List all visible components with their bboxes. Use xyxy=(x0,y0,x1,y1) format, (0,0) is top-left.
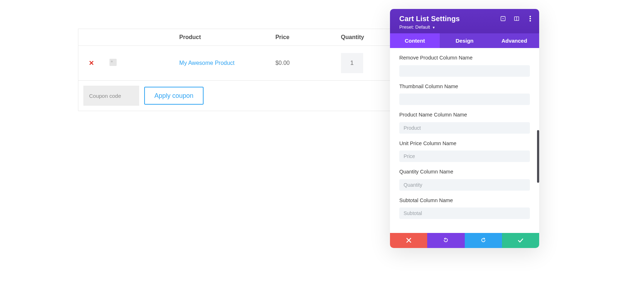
field-qty-col: Quantity Column Name xyxy=(399,168,530,191)
apply-coupon-button[interactable]: Apply coupon xyxy=(144,87,203,105)
col-header-quantity: Quantity xyxy=(336,29,393,46)
field-label: Remove Product Column Name xyxy=(399,54,530,62)
product-thumbnail-placeholder xyxy=(109,59,117,66)
qty-col-input[interactable] xyxy=(399,179,530,191)
field-label: Subtotal Column Name xyxy=(399,197,530,204)
price-col-input[interactable] xyxy=(399,151,530,162)
thumb-col-input[interactable] xyxy=(399,94,530,105)
check-icon xyxy=(518,238,523,244)
product-col-input[interactable] xyxy=(399,122,530,134)
panel-header: Cart List Settings Preset: Default ▼ xyxy=(390,9,539,33)
field-subtotal-col: Subtotal Column Name xyxy=(399,197,530,219)
remove-col-input[interactable] xyxy=(399,65,530,77)
panel-body[interactable]: Remove Product Column Name Thumbnail Col… xyxy=(390,48,539,233)
field-price-col: Unit Price Column Name xyxy=(399,140,530,162)
undo-icon xyxy=(443,237,449,244)
preset-label: Preset: Default xyxy=(399,24,430,30)
field-label: Thumbnail Column Name xyxy=(399,83,530,90)
field-label: Product Name Column Name xyxy=(399,111,530,119)
col-header-remove xyxy=(78,29,104,46)
col-header-product: Product xyxy=(174,29,270,46)
svg-point-1 xyxy=(503,18,504,19)
panel-header-icons xyxy=(500,15,533,22)
quantity-input[interactable] xyxy=(341,53,363,73)
cart-table-wrap: Product Price Quantity ✕ My Awesome Prod… xyxy=(78,29,393,111)
chevron-down-icon: ▼ xyxy=(432,26,435,29)
col-header-price: Price xyxy=(270,29,336,46)
field-remove-col: Remove Product Column Name xyxy=(399,54,530,77)
scrollbar-thumb[interactable] xyxy=(537,130,539,183)
save-button[interactable] xyxy=(502,233,539,248)
tab-advanced[interactable]: Advanced xyxy=(489,33,539,48)
cart-row: ✕ My Awesome Product $0.00 xyxy=(78,46,393,81)
tab-design[interactable]: Design xyxy=(440,33,489,48)
undo-button[interactable] xyxy=(427,233,464,248)
panel-footer xyxy=(390,233,539,248)
more-options-icon[interactable] xyxy=(527,15,533,22)
redo-icon xyxy=(480,237,486,244)
cart-table: Product Price Quantity ✕ My Awesome Prod… xyxy=(78,29,393,111)
field-product-col: Product Name Column Name xyxy=(399,111,530,134)
field-thumb-col: Thumbnail Column Name xyxy=(399,83,530,105)
settings-panel: Cart List Settings Preset: Default ▼ Con… xyxy=(390,9,539,248)
cancel-button[interactable] xyxy=(390,233,427,248)
tab-content[interactable]: Content xyxy=(390,33,440,48)
col-header-thumb xyxy=(104,29,174,46)
svg-point-4 xyxy=(530,16,531,17)
field-label: Quantity Column Name xyxy=(399,168,530,176)
subtotal-col-input[interactable] xyxy=(399,207,530,219)
product-price: $0.00 xyxy=(270,46,336,81)
preset-dropdown[interactable]: Preset: Default ▼ xyxy=(399,24,531,30)
svg-point-6 xyxy=(530,20,531,21)
product-name-link[interactable]: My Awesome Product xyxy=(179,60,234,66)
panel-tabs: Content Design Advanced xyxy=(390,33,539,48)
redo-button[interactable] xyxy=(465,233,502,248)
expand-icon[interactable] xyxy=(500,15,506,22)
coupon-row: Apply coupon xyxy=(78,81,393,111)
columns-icon[interactable] xyxy=(513,15,520,22)
remove-item-button[interactable]: ✕ xyxy=(89,59,94,67)
svg-point-5 xyxy=(530,18,531,19)
coupon-code-input[interactable] xyxy=(83,86,139,106)
close-icon xyxy=(406,238,411,244)
field-label: Unit Price Column Name xyxy=(399,140,530,147)
